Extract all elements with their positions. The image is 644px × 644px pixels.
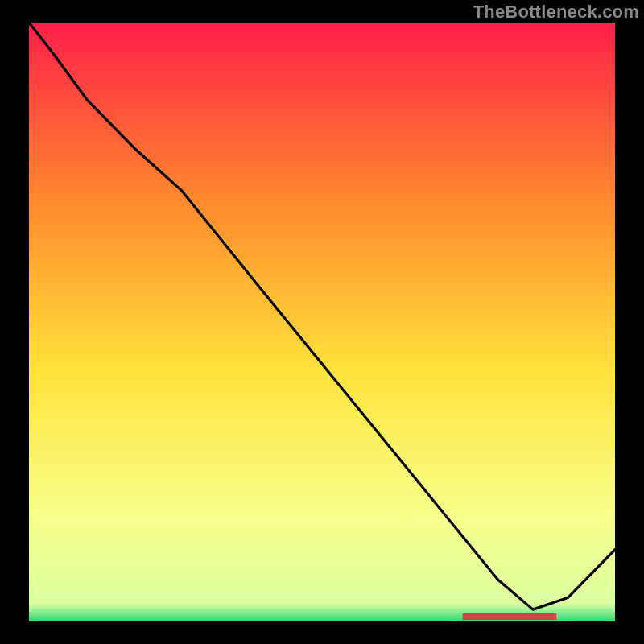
chart-plot-area [29, 23, 615, 621]
chart-background-gradient [29, 23, 615, 621]
watermark-label: TheBottleneck.com [473, 2, 639, 23]
chart-container: TheBottleneck.com [0, 0, 644, 644]
minimum-region-bar [463, 613, 556, 620]
chart-svg [29, 23, 615, 621]
